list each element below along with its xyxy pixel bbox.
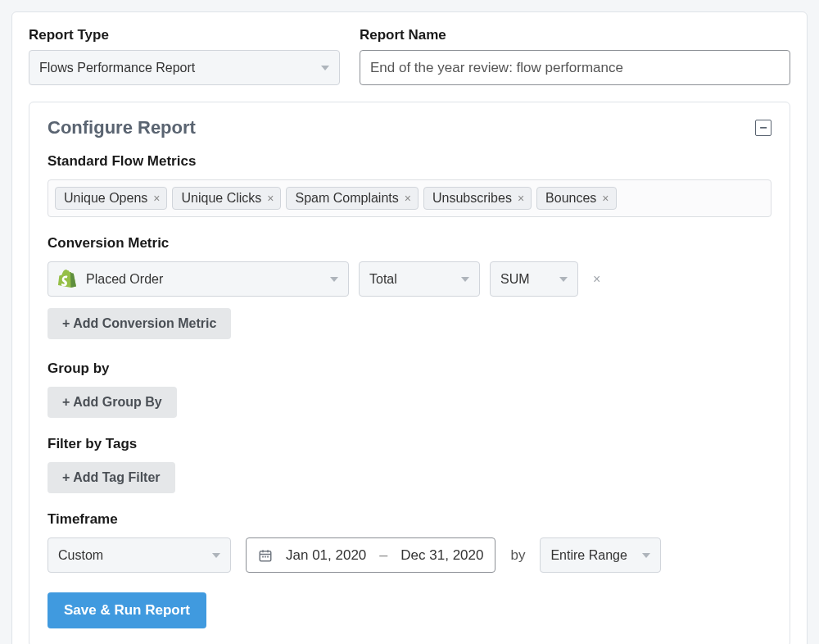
chevron-down-icon	[330, 277, 338, 282]
svg-point-5	[265, 556, 266, 557]
chevron-down-icon	[321, 66, 329, 70]
collapse-button[interactable]: −	[755, 120, 771, 136]
chevron-down-icon	[559, 277, 568, 282]
svg-point-6	[268, 556, 269, 557]
conversion-metric-value: Placed Order	[86, 272, 320, 287]
report-name-label: Report Name	[360, 27, 790, 43]
top-fields-row: Report Type Flows Performance Report Rep…	[29, 27, 790, 85]
report-type-value: Flows Performance Report	[39, 61, 195, 75]
configure-panel: Configure Report − Standard Flow Metrics…	[29, 102, 790, 644]
timeframe-by-value: Entire Range	[550, 548, 627, 563]
conversion-total-value: Total	[369, 272, 397, 287]
by-label: by	[510, 547, 525, 564]
metric-tag-label: Unsubscribes	[432, 191, 512, 206]
shopify-icon	[58, 270, 76, 289]
timeframe-by-select[interactable]: Entire Range	[540, 537, 661, 573]
chevron-down-icon	[461, 277, 469, 282]
timeframe-mode-select[interactable]: Custom	[48, 537, 231, 573]
conversion-total-select[interactable]: Total	[359, 261, 480, 297]
add-tag-filter-button[interactable]: + Add Tag Filter	[48, 462, 175, 493]
report-type-select[interactable]: Flows Performance Report	[29, 50, 340, 85]
conversion-sum-select[interactable]: SUM	[490, 261, 578, 297]
metric-tag: Bounces ×	[536, 187, 616, 210]
standard-metrics-box[interactable]: Unique Opens × Unique Clicks × Spam Comp…	[48, 179, 771, 217]
chevron-down-icon	[642, 553, 650, 558]
minus-icon: −	[759, 121, 767, 134]
metric-tag-label: Unique Clicks	[181, 191, 261, 206]
metric-tag: Unsubscribes ×	[423, 187, 532, 210]
metric-tag-label: Bounces	[545, 191, 596, 206]
timeframe-mode-value: Custom	[58, 548, 103, 563]
panel-header: Configure Report −	[48, 117, 771, 138]
add-group-by-button[interactable]: + Add Group By	[48, 387, 177, 418]
report-name-field: Report Name	[360, 27, 790, 85]
metric-tag: Spam Complaints ×	[286, 187, 418, 210]
metric-tag-label: Unique Opens	[64, 191, 147, 206]
calendar-icon	[258, 548, 273, 563]
svg-point-4	[263, 556, 264, 557]
report-builder-card: Report Type Flows Performance Report Rep…	[11, 11, 808, 644]
standard-metrics-label: Standard Flow Metrics	[48, 153, 771, 170]
report-type-label: Report Type	[29, 27, 340, 43]
report-type-field: Report Type Flows Performance Report	[29, 27, 340, 85]
save-run-report-button[interactable]: Save & Run Report	[48, 592, 206, 628]
remove-conversion-icon[interactable]: ×	[588, 272, 605, 287]
close-icon[interactable]: ×	[518, 192, 524, 205]
date-range-picker[interactable]: Jan 01, 2020 – Dec 31, 2020	[246, 537, 495, 573]
configure-title: Configure Report	[48, 117, 196, 138]
filter-tags-label: Filter by Tags	[48, 436, 771, 452]
timeframe-row: Custom Jan 01, 2020 – Dec 31, 2020 by	[48, 537, 771, 573]
report-name-input[interactable]	[360, 50, 790, 85]
metric-tag-label: Spam Complaints	[295, 191, 398, 206]
add-conversion-metric-button[interactable]: + Add Conversion Metric	[48, 308, 231, 339]
conversion-sum-value: SUM	[500, 272, 530, 287]
conversion-row: Placed Order Total SUM ×	[48, 261, 771, 297]
group-by-label: Group by	[48, 361, 771, 377]
close-icon[interactable]: ×	[153, 192, 160, 205]
conversion-metric-select[interactable]: Placed Order	[48, 261, 349, 297]
date-from: Jan 01, 2020	[286, 547, 366, 564]
chevron-down-icon	[212, 553, 220, 558]
metric-tag: Unique Opens ×	[55, 187, 167, 210]
date-dash: –	[379, 546, 387, 564]
date-to: Dec 31, 2020	[400, 547, 483, 564]
metric-tag: Unique Clicks ×	[172, 187, 281, 210]
close-icon[interactable]: ×	[602, 192, 609, 205]
timeframe-label: Timeframe	[48, 511, 771, 528]
conversion-metric-label: Conversion Metric	[48, 235, 771, 252]
close-icon[interactable]: ×	[405, 192, 411, 205]
close-icon[interactable]: ×	[267, 192, 274, 205]
